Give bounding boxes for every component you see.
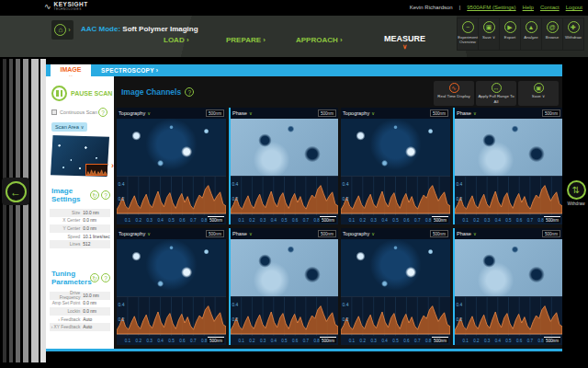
nav-measure[interactable]: MEASURE∨ <box>384 34 425 43</box>
save-button[interactable]: ▣Save ∨ <box>479 18 499 50</box>
withdraw-side-button[interactable]: ⇅ Withdraw <box>564 180 588 206</box>
afm-image[interactable] <box>117 239 226 296</box>
save-button[interactable]: ▣Save ∨ <box>518 81 559 106</box>
tile-header: Topography∨500nm <box>341 228 450 239</box>
nav-load[interactable]: LOAD › <box>164 36 189 44</box>
back-button[interactable]: ← <box>2 178 29 205</box>
help-icon[interactable]: ? <box>98 108 107 117</box>
scale-badge-top: 500nm <box>206 230 224 237</box>
channel-name: Topography <box>343 231 369 236</box>
field-row: Speed10.1 lines/sec <box>50 233 110 241</box>
chevron-down-icon: ∨ <box>371 110 375 116</box>
contact-link[interactable]: Contact <box>540 5 560 10</box>
back-arrow-icon: ← <box>6 181 27 202</box>
svg-text:0.1: 0.1 <box>125 339 131 343</box>
chevron-down-icon: ∨ <box>249 231 253 236</box>
svg-text:0.7: 0.7 <box>527 218 534 223</box>
svg-text:0.4: 0.4 <box>157 339 164 343</box>
channel-select[interactable]: Phase∨ <box>457 231 477 236</box>
svg-text:0.6: 0.6 <box>179 339 186 343</box>
svg-text:0.7: 0.7 <box>527 339 534 343</box>
afm-image[interactable] <box>117 119 226 176</box>
apply-full-range-to-all-button[interactable]: ↔Apply Full Range To All <box>476 81 516 106</box>
scan-preview-image[interactable] <box>51 135 109 177</box>
refresh-icon[interactable]: ↻ <box>90 190 99 200</box>
channel-select[interactable]: Topography∨ <box>119 110 151 116</box>
image-channels-title: Image Channels <box>121 87 181 97</box>
field-label: Drive Frequency <box>50 291 83 300</box>
experiment-overview-button[interactable]: −Experiment Overview <box>458 18 478 50</box>
tuning-parameters-title: Tuning Parameters <box>51 270 90 286</box>
page-stack-edge <box>31 59 39 362</box>
analyze-button[interactable]: ▲Analyze <box>521 18 541 50</box>
tab-image[interactable]: IMAGE ∨ <box>51 64 91 76</box>
svg-text:0.6: 0.6 <box>292 339 299 343</box>
scale-badge-top: 500nm <box>318 109 336 117</box>
channel-select[interactable]: Phase∨ <box>232 110 253 116</box>
field-label: Speed <box>50 235 83 239</box>
channel-select[interactable]: Topography∨ <box>119 231 151 236</box>
scan-area-label: Scan Area <box>55 124 79 130</box>
page-title: AAC Mode: Soft Polymer Imaging <box>81 25 198 33</box>
afm-image[interactable] <box>455 239 562 296</box>
refresh-icon[interactable]: ↻ <box>90 273 99 282</box>
scale-badge-bottom: 500nm <box>208 337 224 343</box>
afm-image[interactable] <box>231 239 338 296</box>
image-channel-tile: Phase∨500nm500nm0.40.20.10.20.30.40.50.6… <box>453 228 562 345</box>
export-button[interactable]: ▶Export <box>500 18 520 50</box>
help-icon[interactable]: ? <box>101 190 110 200</box>
svg-text:0.3: 0.3 <box>260 218 266 223</box>
svg-text:0.4: 0.4 <box>119 302 125 307</box>
scale-badge-top: 500nm <box>542 230 560 237</box>
device-settings-link[interactable]: 9500AFM (Settings) <box>467 5 515 10</box>
continuous-scan-label: Continuous Scan <box>60 109 97 115</box>
channel-select[interactable]: Phase∨ <box>457 110 477 116</box>
afm-image[interactable] <box>231 119 338 176</box>
app-window: ∿ KEYSIGHT TECHNOLOGIES ⌂ › AAC Mode: So… <box>0 0 588 368</box>
tuning-parameters-header: Tuning Parameters ↻ ? <box>51 270 110 286</box>
afm-image[interactable] <box>341 119 450 176</box>
svg-text:0.2: 0.2 <box>343 316 349 322</box>
svg-text:0.7: 0.7 <box>303 339 310 343</box>
channel-name: Topography <box>119 110 145 116</box>
svg-text:0.2: 0.2 <box>136 339 142 343</box>
tile-header: Phase∨500nm <box>231 108 338 119</box>
svg-text:0.4: 0.4 <box>157 218 164 223</box>
image-settings-fields: Size10.0 nmX Center0.0 nmY Center0.0 nmS… <box>50 209 110 248</box>
logout-link[interactable]: Logout <box>566 5 582 10</box>
tile-header: Topography∨500nm <box>117 108 226 119</box>
afm-image[interactable] <box>455 119 562 176</box>
nav-prepare[interactable]: PREPARE › <box>226 36 266 44</box>
continuous-scan-checkbox[interactable] <box>51 109 57 115</box>
afm-image[interactable] <box>341 239 450 296</box>
scan-control-panel: PAUSE SCAN Continuous Scan ? Scan Area∨ … <box>46 76 114 349</box>
image-channel-tile: Phase∨500nm500nm0.40.20.10.20.30.40.50.6… <box>453 108 562 224</box>
svg-text:0.7: 0.7 <box>414 218 421 223</box>
help-icon[interactable]: ? <box>101 273 110 282</box>
svg-text:0.2: 0.2 <box>232 317 238 322</box>
withdraw-button[interactable]: ✚Withdraw <box>563 18 583 50</box>
svg-text:0.2: 0.2 <box>473 339 480 343</box>
pause-scan-label: PAUSE SCAN <box>71 90 112 97</box>
svg-text:0.2: 0.2 <box>343 196 349 201</box>
real-time-display-button[interactable]: ∿Real Time Display <box>434 81 474 106</box>
channel-select[interactable]: Phase∨ <box>232 231 253 236</box>
tile-header: Phase∨500nm <box>455 108 562 119</box>
field-value: 0.0 nm <box>83 301 110 305</box>
home-button[interactable]: ⌂ › <box>51 20 74 40</box>
chevron-down-icon: ∨ <box>473 231 477 236</box>
nav-approach[interactable]: APPROACH › <box>296 36 343 44</box>
svg-text:0.5: 0.5 <box>281 218 288 223</box>
channel-select[interactable]: Topography∨ <box>343 231 375 236</box>
channel-select[interactable]: Topography∨ <box>343 110 375 116</box>
image-settings-header: Image Settings ↻ ? <box>51 187 110 203</box>
scan-preview-inset <box>85 164 109 176</box>
help-link[interactable]: Help <box>523 5 534 10</box>
browse-button[interactable]: @Browse <box>542 18 562 50</box>
scan-area-dropdown[interactable]: Scan Area∨ <box>51 122 87 132</box>
svg-text:0.3: 0.3 <box>371 339 378 343</box>
pause-scan-button[interactable]: PAUSE SCAN <box>51 86 112 101</box>
tab-spectroscopy[interactable]: SPECTROSCOPY › <box>101 67 158 74</box>
keysight-logo: ∿ KEYSIGHT TECHNOLOGIES <box>44 2 88 11</box>
help-icon[interactable]: ? <box>185 87 194 97</box>
